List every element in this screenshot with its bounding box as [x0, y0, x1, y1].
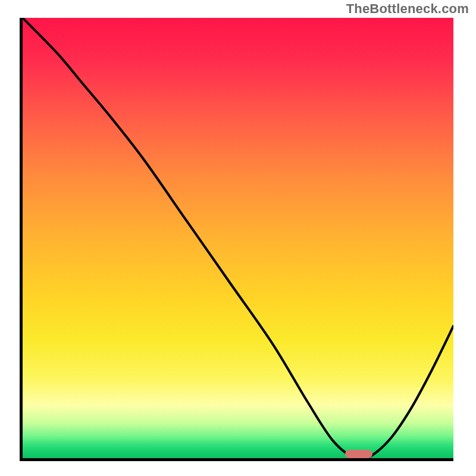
x-axis-line	[20, 458, 453, 461]
chart-canvas: TheBottleneck.com	[0, 0, 476, 476]
watermark-text: TheBottleneck.com	[346, 1, 469, 17]
optimal-point-marker	[345, 450, 372, 458]
y-axis-line	[20, 18, 23, 461]
bottleneck-curve	[23, 18, 453, 458]
